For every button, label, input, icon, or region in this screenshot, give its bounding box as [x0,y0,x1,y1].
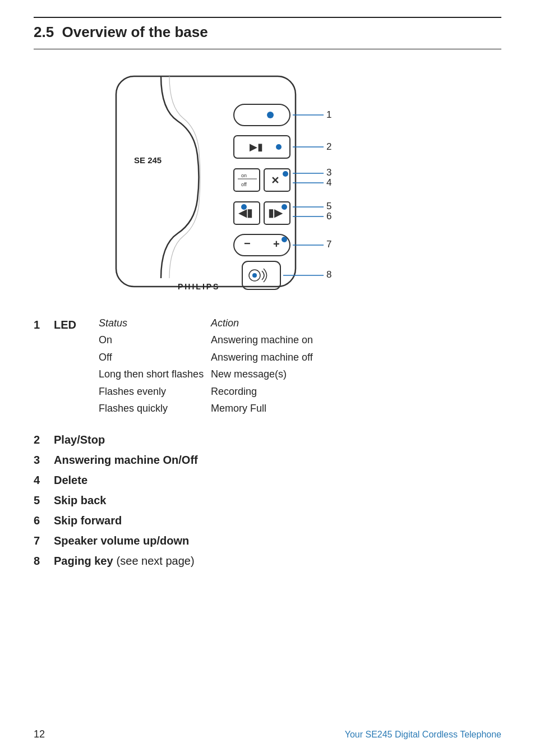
item-list: 2Play/Stop3Answering machine On/Off4Dele… [34,431,501,570]
svg-rect-2 [234,104,290,126]
section-header: 2.5 Overview of the base [34,17,501,41]
legend-section: 1 LED Status OnOffLong then short flashe… [34,317,501,417]
led-status-item: On [99,331,211,349]
led-action-header: Action [211,317,501,329]
led-status-item: Flashes quickly [99,400,211,417]
svg-text:3: 3 [326,167,331,178]
led-status-col: Status OnOffLong then short flashesFlash… [99,317,211,417]
svg-text:2: 2 [326,141,331,152]
item-label: Play/Stop [54,431,105,449]
item-label: Answering machine On/Off [54,451,198,469]
led-action-col: Action Answering machine onAnswering mac… [211,317,501,417]
led-number: 1 [34,317,54,331]
led-status-item: Flashes evenly [99,383,211,400]
svg-point-17 [283,171,288,177]
item-row: 5Skip back [34,491,501,509]
item-row: 3Answering machine On/Off [34,451,501,469]
svg-text:+: + [273,238,280,250]
device-diagram: SE 245 1 ▶▮ 2 on off [34,65,501,301]
svg-point-3 [267,112,274,118]
led-action-item: New message(s) [211,366,501,383]
item-number: 5 [34,491,54,509]
svg-text:8: 8 [326,269,331,280]
svg-text:▶▮: ▶▮ [250,141,263,153]
footer-product: Your SE245 Digital Cordless Telephone [345,730,501,740]
led-action-item: Memory Full [211,400,501,417]
svg-text:−: − [244,237,251,250]
item-label: Speaker volume up/down [54,532,189,550]
led-statuses: OnOffLong then short flashesFlashes even… [99,331,211,417]
item-number: 7 [34,532,54,550]
svg-rect-11 [234,169,260,191]
svg-text:4: 4 [326,177,331,188]
item-number: 8 [34,552,54,570]
svg-point-27 [282,204,287,210]
svg-text:6: 6 [326,211,331,222]
item-row: 8Paging key(see next page) [34,552,501,570]
svg-text:off: off [241,182,247,187]
item-row: 4Delete [34,471,501,489]
section-title-text: Overview of the base [62,24,208,40]
item-label: Skip back [54,491,106,509]
svg-point-41 [252,273,257,278]
item-row: 6Skip forward [34,511,501,529]
item-label: Paging key [54,552,113,570]
item-number: 6 [34,511,54,529]
svg-rect-32 [234,234,290,256]
led-status-item: Long then short flashes [99,366,211,383]
svg-text:✕: ✕ [271,175,279,186]
section-title: 2.5 Overview of the base [34,24,501,41]
led-row: 1 LED Status OnOffLong then short flashe… [34,317,501,417]
device-svg: SE 245 1 ▶▮ 2 on off [105,65,430,301]
svg-point-35 [282,237,287,242]
item-number: 2 [34,431,54,449]
item-row: 2Play/Stop [34,431,501,449]
section-divider [34,49,501,49]
svg-text:7: 7 [326,239,331,250]
svg-text:SE 245: SE 245 [134,155,162,165]
item-number: 4 [34,471,54,489]
svg-text:1: 1 [326,109,331,120]
svg-point-24 [241,204,247,210]
device-wrapper: SE 245 1 ▶▮ 2 on off [105,65,430,301]
svg-rect-39 [242,261,280,289]
svg-text:on: on [241,173,247,178]
led-status-header: Status [99,317,211,329]
svg-text:▮▶: ▮▶ [268,206,283,219]
item-number: 3 [34,451,54,469]
svg-rect-0 [116,76,296,287]
item-label: Delete [54,471,87,489]
item-label: Skip forward [54,511,122,529]
svg-text:5: 5 [326,201,331,211]
item-suffix: (see next page) [117,552,195,570]
led-actions: Answering machine onAnswering machine of… [211,331,501,417]
led-action-item: Recording [211,383,501,400]
section-number: 2.5 [34,24,54,40]
led-action-item: Answering machine off [211,349,501,366]
led-action-item: Answering machine on [211,331,501,349]
footer-page: 12 [34,729,45,740]
led-status-item: Off [99,349,211,366]
item-row: 7Speaker volume up/down [34,532,501,550]
svg-point-8 [276,144,282,150]
led-label: LED [54,317,99,331]
svg-text:PHILIPS: PHILIPS [178,282,220,291]
footer: 12 Your SE245 Digital Cordless Telephone [34,729,501,740]
